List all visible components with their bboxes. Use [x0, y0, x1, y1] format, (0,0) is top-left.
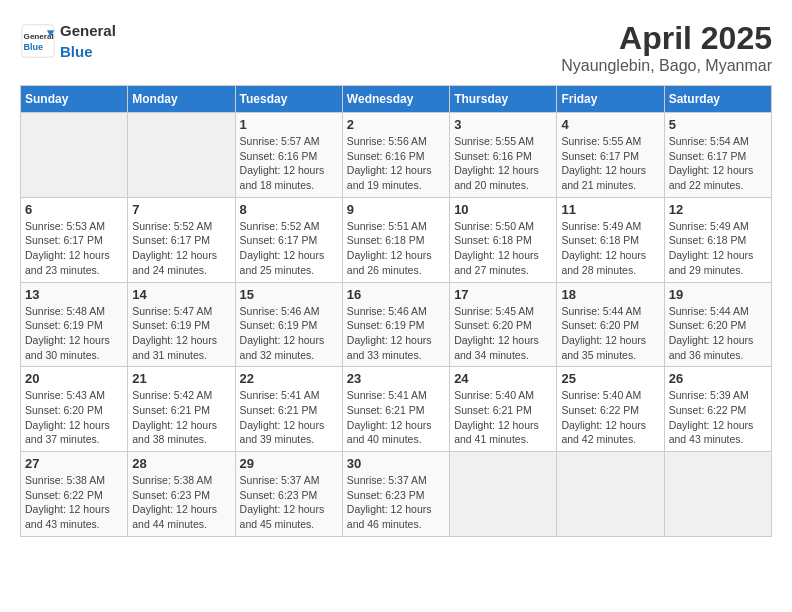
day-info: Sunrise: 5:51 AM Sunset: 6:18 PM Dayligh… — [347, 219, 445, 278]
day-number: 17 — [454, 287, 552, 302]
day-number: 27 — [25, 456, 123, 471]
weekday-header-monday: Monday — [128, 86, 235, 113]
calendar-cell: 24Sunrise: 5:40 AM Sunset: 6:21 PM Dayli… — [450, 367, 557, 452]
day-info: Sunrise: 5:55 AM Sunset: 6:16 PM Dayligh… — [454, 134, 552, 193]
logo-blue-text: Blue — [60, 43, 93, 60]
weekday-header-friday: Friday — [557, 86, 664, 113]
day-info: Sunrise: 5:41 AM Sunset: 6:21 PM Dayligh… — [347, 388, 445, 447]
day-number: 26 — [669, 371, 767, 386]
calendar-cell: 16Sunrise: 5:46 AM Sunset: 6:19 PM Dayli… — [342, 282, 449, 367]
logo-general-text: General — [60, 22, 116, 39]
calendar-cell: 17Sunrise: 5:45 AM Sunset: 6:20 PM Dayli… — [450, 282, 557, 367]
day-info: Sunrise: 5:53 AM Sunset: 6:17 PM Dayligh… — [25, 219, 123, 278]
svg-text:Blue: Blue — [24, 42, 44, 52]
calendar-cell: 6Sunrise: 5:53 AM Sunset: 6:17 PM Daylig… — [21, 197, 128, 282]
calendar-subtitle: Nyaunglebin, Bago, Myanmar — [561, 57, 772, 75]
day-info: Sunrise: 5:42 AM Sunset: 6:21 PM Dayligh… — [132, 388, 230, 447]
day-number: 11 — [561, 202, 659, 217]
day-info: Sunrise: 5:38 AM Sunset: 6:23 PM Dayligh… — [132, 473, 230, 532]
day-number: 3 — [454, 117, 552, 132]
day-number: 1 — [240, 117, 338, 132]
calendar-title: April 2025 — [561, 20, 772, 57]
day-number: 4 — [561, 117, 659, 132]
day-info: Sunrise: 5:40 AM Sunset: 6:22 PM Dayligh… — [561, 388, 659, 447]
calendar-cell: 1Sunrise: 5:57 AM Sunset: 6:16 PM Daylig… — [235, 113, 342, 198]
calendar-cell: 23Sunrise: 5:41 AM Sunset: 6:21 PM Dayli… — [342, 367, 449, 452]
calendar-cell: 29Sunrise: 5:37 AM Sunset: 6:23 PM Dayli… — [235, 452, 342, 537]
day-info: Sunrise: 5:52 AM Sunset: 6:17 PM Dayligh… — [132, 219, 230, 278]
weekday-header-sunday: Sunday — [21, 86, 128, 113]
calendar-table: SundayMondayTuesdayWednesdayThursdayFrid… — [20, 85, 772, 537]
day-info: Sunrise: 5:44 AM Sunset: 6:20 PM Dayligh… — [561, 304, 659, 363]
calendar-cell: 30Sunrise: 5:37 AM Sunset: 6:23 PM Dayli… — [342, 452, 449, 537]
calendar-cell: 9Sunrise: 5:51 AM Sunset: 6:18 PM Daylig… — [342, 197, 449, 282]
calendar-cell: 25Sunrise: 5:40 AM Sunset: 6:22 PM Dayli… — [557, 367, 664, 452]
day-info: Sunrise: 5:43 AM Sunset: 6:20 PM Dayligh… — [25, 388, 123, 447]
day-number: 6 — [25, 202, 123, 217]
day-number: 28 — [132, 456, 230, 471]
calendar-week-row: 20Sunrise: 5:43 AM Sunset: 6:20 PM Dayli… — [21, 367, 772, 452]
day-info: Sunrise: 5:41 AM Sunset: 6:21 PM Dayligh… — [240, 388, 338, 447]
day-info: Sunrise: 5:47 AM Sunset: 6:19 PM Dayligh… — [132, 304, 230, 363]
calendar-week-row: 13Sunrise: 5:48 AM Sunset: 6:19 PM Dayli… — [21, 282, 772, 367]
day-info: Sunrise: 5:54 AM Sunset: 6:17 PM Dayligh… — [669, 134, 767, 193]
calendar-cell: 22Sunrise: 5:41 AM Sunset: 6:21 PM Dayli… — [235, 367, 342, 452]
logo-icon: General Blue — [20, 23, 56, 59]
day-info: Sunrise: 5:56 AM Sunset: 6:16 PM Dayligh… — [347, 134, 445, 193]
day-number: 19 — [669, 287, 767, 302]
day-number: 2 — [347, 117, 445, 132]
calendar-cell — [21, 113, 128, 198]
day-info: Sunrise: 5:46 AM Sunset: 6:19 PM Dayligh… — [347, 304, 445, 363]
day-number: 15 — [240, 287, 338, 302]
calendar-week-row: 6Sunrise: 5:53 AM Sunset: 6:17 PM Daylig… — [21, 197, 772, 282]
day-info: Sunrise: 5:39 AM Sunset: 6:22 PM Dayligh… — [669, 388, 767, 447]
day-info: Sunrise: 5:46 AM Sunset: 6:19 PM Dayligh… — [240, 304, 338, 363]
day-number: 24 — [454, 371, 552, 386]
weekday-header-thursday: Thursday — [450, 86, 557, 113]
day-number: 25 — [561, 371, 659, 386]
calendar-cell: 12Sunrise: 5:49 AM Sunset: 6:18 PM Dayli… — [664, 197, 771, 282]
logo: General Blue General Blue — [20, 20, 116, 62]
calendar-cell: 13Sunrise: 5:48 AM Sunset: 6:19 PM Dayli… — [21, 282, 128, 367]
day-number: 18 — [561, 287, 659, 302]
calendar-cell: 18Sunrise: 5:44 AM Sunset: 6:20 PM Dayli… — [557, 282, 664, 367]
calendar-cell: 2Sunrise: 5:56 AM Sunset: 6:16 PM Daylig… — [342, 113, 449, 198]
calendar-cell: 8Sunrise: 5:52 AM Sunset: 6:17 PM Daylig… — [235, 197, 342, 282]
day-number: 14 — [132, 287, 230, 302]
calendar-cell: 4Sunrise: 5:55 AM Sunset: 6:17 PM Daylig… — [557, 113, 664, 198]
day-info: Sunrise: 5:55 AM Sunset: 6:17 PM Dayligh… — [561, 134, 659, 193]
calendar-cell: 19Sunrise: 5:44 AM Sunset: 6:20 PM Dayli… — [664, 282, 771, 367]
page-header: General Blue General Blue April 2025 Nya… — [20, 20, 772, 75]
day-info: Sunrise: 5:38 AM Sunset: 6:22 PM Dayligh… — [25, 473, 123, 532]
calendar-cell — [450, 452, 557, 537]
calendar-cell: 14Sunrise: 5:47 AM Sunset: 6:19 PM Dayli… — [128, 282, 235, 367]
day-number: 5 — [669, 117, 767, 132]
day-info: Sunrise: 5:44 AM Sunset: 6:20 PM Dayligh… — [669, 304, 767, 363]
calendar-cell: 20Sunrise: 5:43 AM Sunset: 6:20 PM Dayli… — [21, 367, 128, 452]
day-info: Sunrise: 5:50 AM Sunset: 6:18 PM Dayligh… — [454, 219, 552, 278]
day-number: 20 — [25, 371, 123, 386]
day-info: Sunrise: 5:49 AM Sunset: 6:18 PM Dayligh… — [669, 219, 767, 278]
calendar-week-row: 1Sunrise: 5:57 AM Sunset: 6:16 PM Daylig… — [21, 113, 772, 198]
weekday-header-wednesday: Wednesday — [342, 86, 449, 113]
day-number: 23 — [347, 371, 445, 386]
calendar-cell — [557, 452, 664, 537]
calendar-cell: 7Sunrise: 5:52 AM Sunset: 6:17 PM Daylig… — [128, 197, 235, 282]
day-number: 10 — [454, 202, 552, 217]
day-info: Sunrise: 5:45 AM Sunset: 6:20 PM Dayligh… — [454, 304, 552, 363]
day-number: 9 — [347, 202, 445, 217]
day-info: Sunrise: 5:52 AM Sunset: 6:17 PM Dayligh… — [240, 219, 338, 278]
weekday-header-row: SundayMondayTuesdayWednesdayThursdayFrid… — [21, 86, 772, 113]
day-number: 7 — [132, 202, 230, 217]
calendar-cell: 15Sunrise: 5:46 AM Sunset: 6:19 PM Dayli… — [235, 282, 342, 367]
day-info: Sunrise: 5:48 AM Sunset: 6:19 PM Dayligh… — [25, 304, 123, 363]
calendar-cell: 11Sunrise: 5:49 AM Sunset: 6:18 PM Dayli… — [557, 197, 664, 282]
day-number: 21 — [132, 371, 230, 386]
day-number: 8 — [240, 202, 338, 217]
day-number: 22 — [240, 371, 338, 386]
calendar-cell — [128, 113, 235, 198]
weekday-header-tuesday: Tuesday — [235, 86, 342, 113]
day-info: Sunrise: 5:37 AM Sunset: 6:23 PM Dayligh… — [240, 473, 338, 532]
day-info: Sunrise: 5:40 AM Sunset: 6:21 PM Dayligh… — [454, 388, 552, 447]
weekday-header-saturday: Saturday — [664, 86, 771, 113]
